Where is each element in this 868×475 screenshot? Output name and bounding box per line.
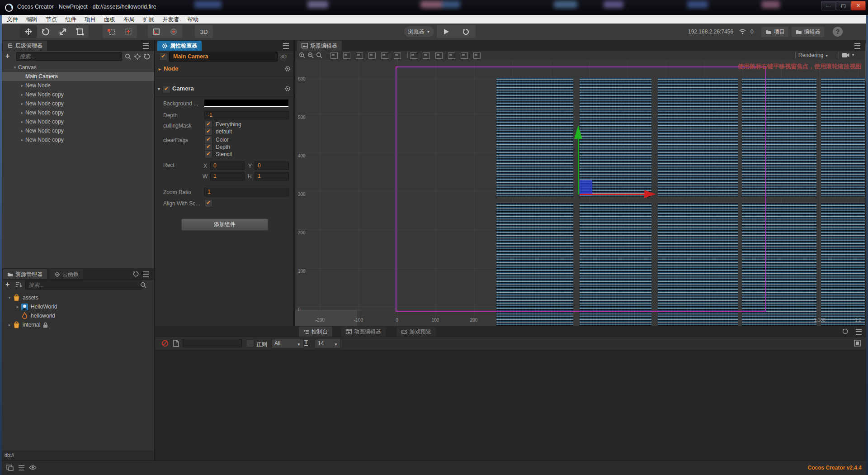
create-asset-button[interactable]: + [5, 280, 9, 289]
align-hcenter-icon[interactable] [381, 52, 388, 59]
scene-viewport[interactable]: 6005004003002001000 -200-1000100200 1,10… [295, 60, 865, 326]
help-button[interactable]: ? [833, 27, 843, 37]
clearflags-option[interactable]: ✔ Depth [204, 143, 232, 151]
gear-icon[interactable] [284, 86, 291, 92]
rendering-dropdown[interactable]: Rendering ▼ [798, 52, 829, 58]
zoom-out-icon[interactable] [307, 52, 314, 58]
cullingmask-option[interactable]: ✔ default [204, 128, 241, 135]
tab-assets[interactable]: 资源管理器 [3, 269, 47, 279]
rect-w-input[interactable]: 1 [210, 172, 245, 180]
zoom-in-icon[interactable] [299, 52, 305, 58]
clear-console-icon[interactable] [161, 340, 169, 347]
zoom-reset-icon[interactable] [316, 52, 322, 58]
zoom-ratio-input[interactable]: 1 [204, 188, 289, 196]
create-node-button[interactable]: + [5, 52, 9, 60]
refresh-icon[interactable] [842, 328, 848, 334]
align-bottom-icon[interactable] [356, 52, 363, 59]
distribute-bottom-icon[interactable] [435, 52, 443, 59]
menu-item[interactable]: 组件 [61, 15, 80, 24]
tab-game-preview[interactable]: 游戏预览 [396, 327, 436, 337]
panel-menu-icon[interactable] [283, 43, 289, 49]
tab-console[interactable]: 控制台 [299, 327, 332, 337]
menu-item[interactable]: 节点 [42, 15, 61, 24]
locate-icon[interactable] [134, 53, 141, 60]
menu-item[interactable]: 布局 [119, 15, 139, 24]
tab-scene-editor[interactable]: 场景编辑器 [297, 41, 342, 51]
section-camera[interactable]: Camera [172, 85, 194, 92]
section-node[interactable]: Node [164, 65, 179, 72]
world-coords-button[interactable] [165, 25, 182, 38]
expand-arrow-icon[interactable]: ▾ [12, 65, 18, 70]
expand-arrow-icon[interactable]: ▸ [19, 83, 25, 88]
align-vcenter-icon[interactable] [343, 52, 350, 59]
close-button[interactable]: ✕ [851, 1, 866, 10]
local-coords-button[interactable] [148, 25, 165, 38]
panel-menu-icon[interactable] [856, 329, 862, 335]
expand-arrow-icon[interactable]: ▾ [6, 295, 13, 300]
font-size-dropdown[interactable]: 14▼ [315, 339, 341, 348]
minimize-button[interactable]: — [821, 1, 836, 10]
eye-icon[interactable] [29, 465, 37, 470]
mode-3d-button[interactable]: 3D [200, 28, 208, 35]
log-file-icon[interactable] [173, 340, 179, 347]
refresh-preview-button[interactable] [456, 25, 476, 38]
option-checkbox[interactable]: ✔ [204, 128, 212, 136]
hierarchy-node-row[interactable]: ▸ New Node copy [0, 135, 154, 144]
gizmo-x-arrowhead[interactable] [644, 190, 656, 198]
popout-icon[interactable] [854, 340, 861, 347]
panel-menu-icon[interactable] [143, 43, 149, 49]
distribute-top-icon[interactable] [410, 52, 417, 59]
expand-arrow-icon[interactable]: ▸ [19, 110, 25, 115]
asset-row[interactable]: helloworld [0, 311, 154, 320]
panel-menu-icon[interactable] [854, 43, 860, 49]
distribute-right-icon[interactable] [473, 52, 481, 59]
distribute-hcenter-icon[interactable] [461, 52, 468, 59]
option-checkbox[interactable]: ✔ [204, 150, 212, 158]
scale-tool-button[interactable] [54, 25, 71, 38]
search-icon[interactable] [125, 53, 131, 60]
sort-icon[interactable] [15, 282, 23, 288]
console-filter-input[interactable] [183, 339, 242, 347]
rect-h-input[interactable]: 1 [255, 172, 289, 180]
rect-tool-button[interactable] [71, 25, 89, 38]
camera-enabled-checkbox[interactable]: ✔ [162, 85, 170, 93]
log-level-dropdown[interactable]: All▼ [271, 339, 304, 348]
rotate-tool-button[interactable] [37, 25, 54, 38]
expand-arrow-icon[interactable]: ▸ [6, 323, 13, 327]
dock-icon[interactable] [6, 465, 14, 471]
align-top-icon[interactable] [330, 52, 338, 59]
menu-item[interactable]: 开发者 [158, 15, 184, 24]
expand-arrow-icon[interactable]: ▸ [19, 119, 25, 124]
background-color-swatch[interactable] [204, 100, 288, 107]
maximize-button[interactable]: ▢ [836, 1, 851, 10]
gizmo-y-axis[interactable] [578, 139, 579, 195]
move-tool-button[interactable] [20, 25, 37, 38]
cullingmask-option[interactable]: ✔ Everything [204, 121, 241, 128]
preview-target-dropdown[interactable]: 浏览器▼ [404, 26, 434, 37]
refresh-icon[interactable] [133, 271, 139, 277]
gear-icon[interactable] [284, 66, 291, 72]
hierarchy-node-row[interactable]: ▸ New Node copy [0, 126, 154, 135]
hierarchy-node-row[interactable]: ▸ New Node copy [0, 99, 154, 108]
distribute-left-icon[interactable] [448, 52, 455, 59]
hierarchy-node-row[interactable]: ▸ New Node [0, 81, 154, 90]
assets-search-input[interactable]: 搜索... [25, 280, 142, 290]
hierarchy-node-row[interactable]: Main Camera [0, 72, 154, 81]
expand-arrow-icon[interactable]: ▸ [19, 101, 25, 106]
gizmo-y-arrowhead[interactable] [574, 125, 582, 139]
section-arrow-icon[interactable]: ▼ [157, 87, 161, 91]
tab-cloud-functions[interactable]: 云函数 [50, 269, 83, 279]
menu-item[interactable]: 面板 [100, 15, 119, 24]
search-icon[interactable] [140, 282, 146, 288]
gizmo-x-axis[interactable] [580, 194, 644, 195]
hierarchy-node-row[interactable]: ▸ New Node copy [0, 90, 154, 99]
hierarchy-node-row[interactable]: ▸ New Node copy [0, 117, 154, 126]
rect-x-input[interactable]: 0 [210, 162, 245, 170]
menu-item[interactable]: 项目 [80, 15, 100, 24]
gizmo-xy-plane-handle[interactable] [580, 180, 592, 195]
align-right-icon[interactable] [394, 52, 401, 59]
hierarchy-node-row[interactable]: ▾ Canvas [0, 63, 154, 72]
align-left-icon[interactable] [368, 52, 376, 59]
clearflags-option[interactable]: ✔ Color [204, 136, 232, 143]
expand-arrow-icon[interactable]: ▸ [14, 304, 21, 309]
